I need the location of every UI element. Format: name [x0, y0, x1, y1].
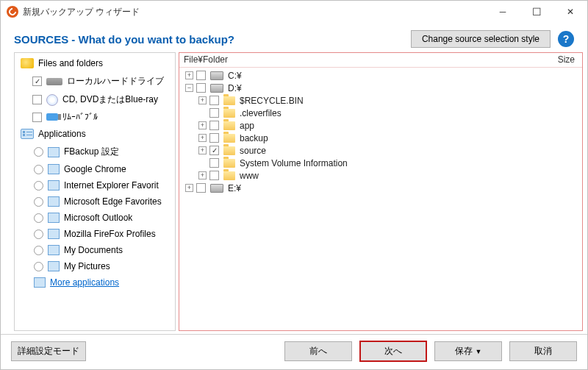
- sidebar-app-edge[interactable]: Microsoft Edge Favorites: [15, 193, 175, 210]
- sidebar-app-ie[interactable]: Internet Explorer Favorit: [15, 177, 175, 193]
- category-label: Files and folders: [38, 58, 103, 68]
- checkbox-icon[interactable]: [32, 113, 42, 122]
- applications-icon: [21, 129, 34, 139]
- sidebar-item-removable[interactable]: ﾘﾑｰﾊﾞﾌﾞﾙ: [15, 109, 175, 125]
- tree-node-label: app: [240, 121, 254, 131]
- expander-icon[interactable]: +: [198, 146, 207, 154]
- sidebar-item-label: My Pictures: [64, 261, 169, 271]
- drive-icon: [210, 71, 223, 80]
- next-button[interactable]: 次へ: [359, 341, 427, 362]
- sidebar-app-outlook[interactable]: Microsoft Outlook: [15, 210, 175, 226]
- app-item-icon: [48, 196, 60, 207]
- file-tree-panel: File¥Folder Size +C:¥−D:¥+$RECYCLE.BIN.c…: [179, 52, 583, 331]
- sidebar-app-chrome[interactable]: Google Chrome: [15, 161, 175, 177]
- tree-row[interactable]: +www: [179, 169, 582, 182]
- checkbox-icon[interactable]: [209, 158, 219, 168]
- expander-icon[interactable]: +: [198, 134, 207, 142]
- sidebar-item-label: Microsoft Edge Favorites: [64, 196, 169, 207]
- usb-icon: [46, 113, 58, 121]
- radio-icon[interactable]: [34, 230, 43, 239]
- sidebar-item-cd-dvd[interactable]: CD, DVDまたはBlue-ray: [15, 90, 175, 109]
- radio-icon[interactable]: [34, 197, 43, 207]
- prev-button[interactable]: 前へ: [284, 341, 352, 361]
- checkbox-icon[interactable]: [209, 146, 219, 155]
- page-title: SOURCES - What do you want to backup?: [14, 33, 411, 46]
- sidebar-item-label: FBackup 設定: [64, 146, 169, 158]
- tree-row[interactable]: +$RECYCLE.BIN: [179, 94, 582, 107]
- expander-icon[interactable]: +: [198, 121, 207, 129]
- checkbox-icon[interactable]: [196, 83, 206, 93]
- app-item-icon: [48, 229, 60, 239]
- tree-node-label: C:¥: [228, 71, 242, 81]
- folder-icon: [223, 159, 235, 168]
- expander-icon[interactable]: +: [185, 184, 193, 192]
- expander-icon[interactable]: +: [198, 171, 207, 179]
- cancel-button[interactable]: 取消: [509, 341, 577, 361]
- tree-node-label: D:¥: [228, 83, 242, 93]
- sidebar-item-label: Google Chrome: [64, 164, 169, 174]
- change-source-style-button[interactable]: Change source selection style: [411, 30, 551, 48]
- checkbox-icon[interactable]: [209, 133, 219, 143]
- tree-row[interactable]: +backup: [179, 132, 582, 144]
- tree-node-label: www: [240, 171, 259, 181]
- tree-row[interactable]: +E:¥: [179, 182, 582, 194]
- app-item-icon: [48, 180, 60, 191]
- category-label: Applications: [38, 129, 86, 139]
- checkbox-icon[interactable]: [209, 96, 219, 105]
- sidebar-app-mydocs[interactable]: My Documents: [15, 242, 175, 258]
- minimize-button[interactable]: ─: [486, 1, 520, 23]
- tree-row[interactable]: System Volume Information: [179, 157, 582, 169]
- sidebar-app-fbackup[interactable]: FBackup 設定: [15, 143, 175, 161]
- sidebar-item-label: CD, DVDまたはBlue-ray: [62, 93, 169, 106]
- radio-icon[interactable]: [34, 262, 43, 271]
- drive-icon: [210, 184, 223, 193]
- app-item-icon: [48, 261, 60, 271]
- expander-icon: [198, 109, 207, 117]
- tree-row[interactable]: +C:¥: [179, 69, 582, 82]
- folder-icon: [223, 146, 235, 155]
- radio-icon[interactable]: [34, 147, 43, 157]
- sidebar-app-mypics[interactable]: My Pictures: [15, 258, 175, 274]
- category-files-folders: Files and folders: [15, 54, 175, 72]
- checkbox-icon[interactable]: [196, 71, 206, 80]
- tree-row[interactable]: −D:¥: [179, 82, 582, 94]
- titlebar: 新規バックアップ ウィザード ─ ☐ ✕: [1, 1, 587, 23]
- checkbox-icon[interactable]: [209, 108, 219, 118]
- folder-icon: [223, 134, 235, 143]
- tree-node-label: System Volume Information: [240, 158, 348, 168]
- expander-icon[interactable]: −: [185, 84, 193, 92]
- radio-icon[interactable]: [34, 246, 43, 255]
- checkbox-icon[interactable]: [196, 183, 206, 193]
- tree-row[interactable]: +app: [179, 119, 582, 132]
- sidebar-more-apps[interactable]: More applications: [15, 274, 175, 291]
- app-item-icon: [48, 164, 60, 174]
- radio-icon[interactable]: [34, 181, 43, 191]
- help-icon[interactable]: ?: [558, 31, 574, 47]
- chevron-down-icon: ▼: [476, 348, 482, 355]
- app-item-icon: [48, 245, 60, 255]
- sidebar-app-firefox[interactable]: Mozilla FireFox Profiles: [15, 226, 175, 242]
- col-size: Size: [558, 54, 575, 65]
- drive-icon: [210, 84, 223, 93]
- close-button[interactable]: ✕: [553, 1, 587, 23]
- checkbox-icon[interactable]: [209, 171, 219, 180]
- radio-icon[interactable]: [34, 165, 43, 174]
- expander-icon[interactable]: +: [198, 96, 207, 104]
- save-button[interactable]: 保存▼: [434, 341, 502, 361]
- sidebar-item-label: Mozilla FireFox Profiles: [64, 229, 169, 239]
- maximize-button[interactable]: ☐: [520, 1, 553, 23]
- checkbox-icon[interactable]: [32, 95, 42, 104]
- checkbox-icon[interactable]: [209, 121, 219, 130]
- tree-row[interactable]: .cleverfiles: [179, 107, 582, 119]
- expander-icon[interactable]: +: [185, 71, 193, 79]
- radio-icon[interactable]: [34, 213, 43, 223]
- more-applications-link[interactable]: More applications: [50, 277, 169, 288]
- sidebar-item-label: My Documents: [64, 245, 169, 255]
- tree-node-label: .cleverfiles: [240, 108, 282, 118]
- sidebar-item-local-hd[interactable]: ローカルハードドライブ: [15, 72, 175, 90]
- tree-row[interactable]: +source: [179, 144, 582, 157]
- advanced-mode-button[interactable]: 詳細設定モード: [11, 341, 86, 361]
- checkbox-icon[interactable]: [32, 77, 42, 86]
- tree-body[interactable]: +C:¥−D:¥+$RECYCLE.BIN.cleverfiles+app+ba…: [179, 68, 582, 330]
- sidebar: Files and folders ローカルハードドライブ CD, DVDまたは…: [14, 52, 176, 331]
